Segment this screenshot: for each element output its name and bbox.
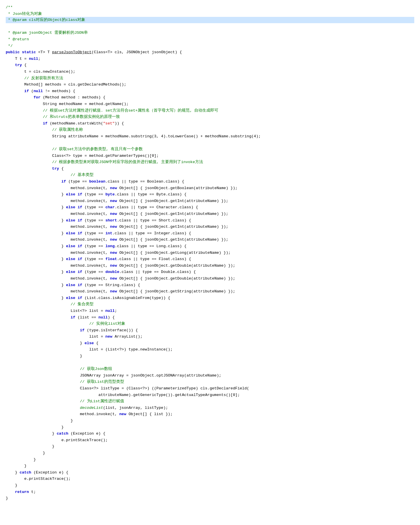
comment-line: * @return [6, 37, 29, 41]
comment-line: * @param jsonObject 需要解析的JSON串 [6, 31, 88, 35]
keyword-public: public [6, 50, 20, 54]
comment-line: * Json转化为对象 [6, 12, 42, 16]
code-container: /** * Json转化为对象 * @param cls对应的Object的cl… [0, 0, 420, 525]
code-block: /** * Json转化为对象 * @param cls对应的Object的cl… [0, 3, 420, 503]
comment-line: */ [6, 44, 13, 48]
comment-line: /** [6, 5, 13, 9]
highlight-line: * @param cls对应的Object的class对象 [6, 17, 414, 23]
